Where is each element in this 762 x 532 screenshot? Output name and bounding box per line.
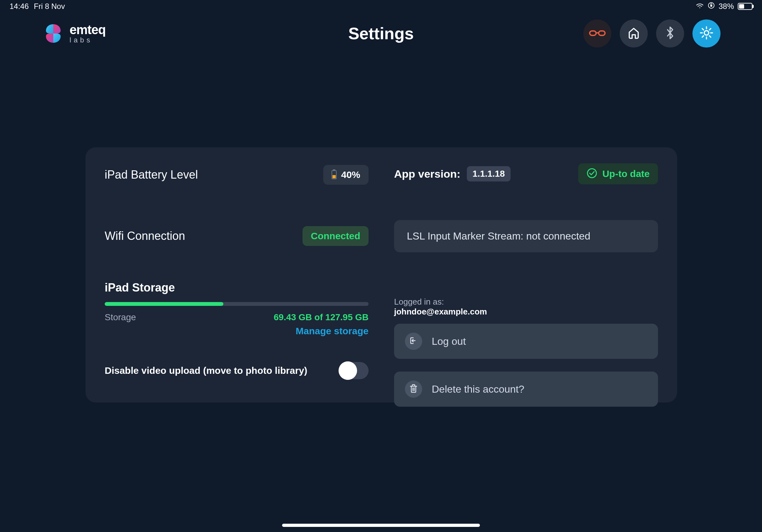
logout-text: Log out: [432, 336, 466, 347]
manage-storage-link[interactable]: Manage storage: [105, 326, 369, 337]
video-upload-toggle-row: Disable video upload (move to photo libr…: [105, 362, 369, 379]
video-upload-label: Disable video upload (move to photo libr…: [105, 365, 307, 376]
wifi-row: Wifi Connection Connected: [105, 226, 369, 246]
svg-point-4: [704, 31, 709, 35]
emteq-logo-icon: [41, 22, 65, 45]
settings-left-column: iPad Battery Level 40% Wifi Connection C…: [105, 163, 369, 386]
gear-icon: [699, 26, 714, 41]
delete-icon-wrapper: [405, 380, 422, 398]
login-info: Logged in as: johndoe@example.com: [394, 297, 658, 317]
storage-title: iPad Storage: [105, 281, 369, 295]
svg-rect-3: [599, 31, 605, 35]
delete-account-text: Delete this account?: [432, 383, 524, 395]
logout-icon-wrapper: [405, 333, 422, 350]
orientation-lock-icon: [708, 2, 715, 11]
storage-progress-fill: [105, 302, 223, 306]
app-version-value: 1.1.1.18: [467, 166, 510, 181]
status-date: Fri 8 Nov: [34, 2, 65, 11]
nav-buttons: [583, 20, 721, 47]
delete-account-button[interactable]: Delete this account?: [394, 371, 658, 407]
trash-icon: [409, 384, 418, 395]
app-version-row: App version: 1.1.1.18 Up-to date: [394, 163, 658, 184]
logout-button[interactable]: Log out: [394, 324, 658, 359]
battery-value: 40%: [341, 169, 360, 180]
battery-mini-icon: [332, 170, 337, 179]
up-to-date-badge: Up-to date: [578, 163, 658, 184]
logo: emteq labs: [41, 22, 106, 45]
status-battery-percent: 38%: [719, 2, 734, 11]
storage-info-value: 69.43 GB of 127.95 GB: [274, 312, 369, 322]
svg-point-5: [587, 169, 596, 178]
video-upload-toggle[interactable]: [339, 362, 369, 379]
status-time: 14:46: [10, 2, 29, 11]
wifi-status: Connected: [311, 231, 360, 241]
logo-text: emteq labs: [70, 23, 106, 44]
glasses-button[interactable]: [583, 20, 611, 47]
bluetooth-icon: [666, 26, 675, 41]
lsl-stream-status: LSL Input Marker Stream: not connected: [394, 220, 658, 252]
app-version-label: App version:: [394, 168, 460, 180]
svg-rect-1: [710, 5, 712, 7]
settings-button[interactable]: [692, 20, 721, 47]
battery-badge: 40%: [323, 165, 369, 185]
battery-label: iPad Battery Level: [105, 168, 198, 181]
home-indicator[interactable]: [282, 524, 480, 527]
logo-main: emteq: [70, 23, 106, 36]
glasses-icon: [588, 29, 606, 38]
home-button[interactable]: [620, 20, 648, 47]
storage-section: iPad Storage Storage 69.43 GB of 127.95 …: [105, 281, 369, 337]
wifi-label: Wifi Connection: [105, 229, 185, 243]
up-to-date-text: Up-to date: [602, 168, 650, 179]
toggle-knob: [339, 362, 357, 380]
page-title: Settings: [348, 24, 414, 43]
svg-rect-2: [590, 31, 596, 35]
battery-row: iPad Battery Level 40%: [105, 165, 369, 185]
status-bar-right: 38%: [696, 2, 752, 11]
battery-icon: [738, 3, 752, 10]
storage-progress-bar: [105, 302, 369, 306]
app-header: emteq labs Settings: [0, 16, 762, 51]
storage-info: Storage 69.43 GB of 127.95 GB: [105, 312, 369, 322]
login-email: johndoe@example.com: [394, 307, 658, 317]
wifi-status-badge: Connected: [302, 226, 369, 246]
status-bar-left: 14:46 Fri 8 Nov: [10, 2, 65, 11]
settings-panel: iPad Battery Level 40% Wifi Connection C…: [86, 147, 677, 403]
home-icon: [627, 26, 641, 41]
check-circle-icon: [586, 168, 597, 180]
storage-info-label: Storage: [105, 312, 136, 322]
logout-icon: [409, 336, 418, 347]
logo-sub: labs: [70, 37, 106, 44]
battery-fill: [739, 4, 744, 9]
status-bar: 14:46 Fri 8 Nov 38%: [0, 0, 762, 13]
lsl-stream-text: LSL Input Marker Stream: not connected: [407, 230, 590, 242]
settings-right-column: App version: 1.1.1.18 Up-to date LSL Inp…: [394, 163, 658, 386]
wifi-icon: [696, 2, 704, 11]
login-label: Logged in as:: [394, 297, 658, 307]
bluetooth-button[interactable]: [656, 20, 684, 47]
